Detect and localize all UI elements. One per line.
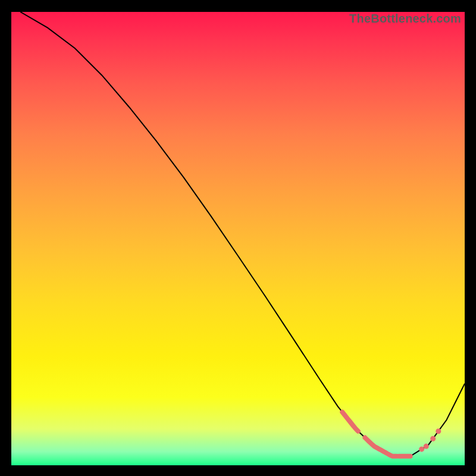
highlight-group <box>342 412 441 456</box>
frame: TheBottleneck.com <box>0 0 476 476</box>
chart-svg <box>11 12 465 465</box>
bottleneck-curve <box>20 12 465 456</box>
highlight-segment <box>365 438 376 448</box>
highlight-dot <box>430 436 436 441</box>
highlight-dot <box>424 444 429 449</box>
highlight-segment <box>342 412 358 431</box>
highlight-segment <box>389 454 397 456</box>
highlight-segment <box>378 448 387 453</box>
highlight-dot <box>419 446 424 452</box>
plot-area: TheBottleneck.com <box>11 12 465 465</box>
highlight-dot <box>436 428 441 434</box>
